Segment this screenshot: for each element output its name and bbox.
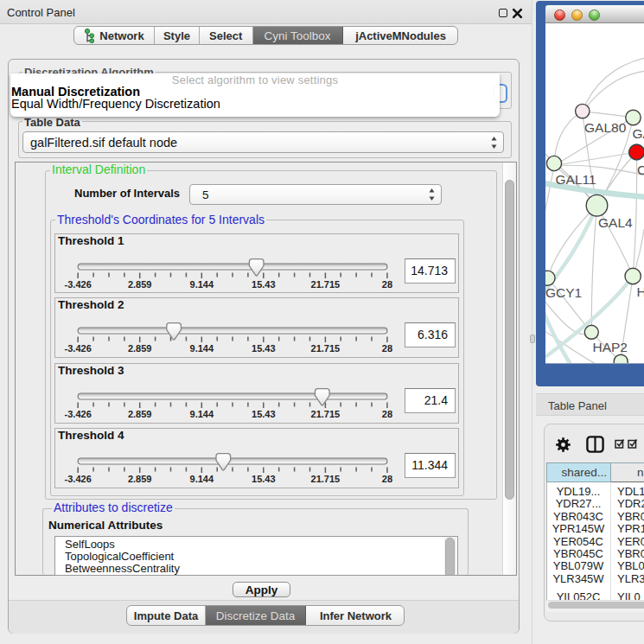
svg-text:9.144: 9.144: [190, 409, 214, 419]
svg-text:15.43: 15.43: [252, 474, 276, 484]
svg-text:GAL11: GAL11: [556, 172, 596, 187]
svg-text:21.715: 21.715: [311, 409, 341, 419]
svg-text:GAL4: GAL4: [598, 215, 633, 230]
svg-text:15.43: 15.43: [252, 279, 276, 290]
svg-text:9.144: 9.144: [190, 279, 214, 290]
svg-text:-3.426: -3.426: [65, 409, 92, 419]
svg-text:CD: CD: [637, 163, 644, 177]
svg-text:-3.426: -3.426: [65, 474, 92, 484]
svg-text:HAP2: HAP2: [593, 340, 628, 354]
svg-text:2.859: 2.859: [128, 474, 152, 484]
svg-text:28: 28: [382, 474, 392, 484]
svg-text:28: 28: [382, 279, 392, 290]
svg-text:9.144: 9.144: [190, 474, 214, 484]
svg-text:H: H: [637, 284, 644, 299]
svg-text:28: 28: [382, 409, 392, 419]
svg-text:-3.426: -3.426: [65, 279, 92, 290]
svg-text:GCY1: GCY1: [545, 285, 582, 300]
svg-text:15.43: 15.43: [252, 409, 276, 419]
svg-text:GAL80: GAL80: [584, 120, 627, 135]
svg-text:2.859: 2.859: [128, 279, 152, 290]
svg-text:15.43: 15.43: [252, 343, 276, 354]
svg-text:28: 28: [382, 343, 392, 354]
svg-text:2.859: 2.859: [128, 409, 152, 419]
svg-text:21.715: 21.715: [311, 279, 341, 290]
svg-text:9.144: 9.144: [190, 343, 214, 354]
svg-text:21.715: 21.715: [311, 474, 341, 484]
svg-text:GAL: GAL: [633, 126, 644, 141]
svg-text:-3.426: -3.426: [65, 343, 92, 354]
svg-text:21.715: 21.715: [311, 343, 341, 354]
svg-text:2.859: 2.859: [128, 343, 152, 354]
